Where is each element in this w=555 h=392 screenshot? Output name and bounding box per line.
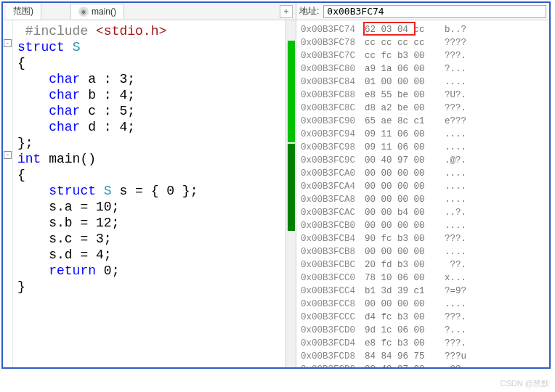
memory-row: 0x00B3FC78cc cc cc cc???? (301, 36, 548, 49)
memory-row: 0x00B3FCB490 fc b3 00???. (301, 232, 548, 245)
memory-row: 0x00B3FC8401 00 00 00.... (301, 75, 548, 89)
memory-row: 0x00B3FCD09d 1c 06 00?... (301, 324, 548, 337)
code-line: char d : 4; (17, 119, 281, 135)
memory-row: 0x00B3FCB800 00 00 00.... (301, 245, 548, 258)
memory-row: 0x00B3FCD4e8 fc b3 00???. (301, 337, 548, 350)
code-content[interactable]: #include <stdio.h>struct S{ char a : 3; … (13, 20, 285, 367)
code-panel: 范围) ◉ main() ＋ -- #include <stdio.h>stru… (3, 3, 296, 367)
memory-row: 0x00B3FC8Cd8 a2 be 00???. (301, 102, 548, 115)
memory-row: 0x00B3FCA800 00 00 00.... (301, 193, 548, 206)
address-label: 地址: (299, 5, 319, 17)
code-editor[interactable]: -- #include <stdio.h>struct S{ char a : … (3, 20, 296, 367)
code-line: s.a = 10; (17, 199, 281, 215)
code-line: return 0; (17, 263, 281, 279)
scroll-mark (288, 41, 295, 142)
fold-gutter: -- (3, 20, 13, 367)
scope-tab[interactable]: 范围) (6, 3, 41, 20)
address-bar: 地址: (296, 3, 549, 20)
memory-row: 0x00B3FC9C00 40 97 00.@?. (301, 154, 548, 167)
memory-row: 0x00B3FCBC20 fd b3 00 ??. (301, 258, 548, 271)
memory-row: 0x00B3FC9809 11 06 00.... (301, 141, 548, 154)
memory-row: 0x00B3FCCCd4 fc b3 00???. (301, 311, 548, 324)
function-tab[interactable]: ◉ main() (70, 4, 124, 19)
add-button[interactable]: ＋ (280, 5, 293, 18)
code-line: }; (17, 135, 281, 151)
memory-row: 0x00B3FC9409 11 06 00.... (301, 128, 548, 141)
fold-toggle[interactable]: - (4, 151, 12, 159)
memory-row: 0x00B3FCC4b1 3d 39 c1?=9? (301, 285, 548, 298)
memory-row: 0x00B3FC7462 03 04 ccb..? (301, 23, 548, 36)
code-line: char a : 3; (17, 71, 281, 87)
code-line: struct S (17, 39, 281, 55)
code-line: s.b = 12; (17, 215, 281, 231)
address-input[interactable] (323, 5, 546, 18)
code-line: } (17, 279, 281, 295)
code-tab-bar: 范围) ◉ main() ＋ (3, 3, 296, 20)
memory-panel: 地址: 0x00B3FC7462 03 04 ccb..?0x00B3FC78c… (296, 3, 549, 367)
memory-row: 0x00B3FCC800 00 00 00.... (301, 298, 548, 311)
memory-row: 0x00B3FCB000 00 00 00.... (301, 219, 548, 232)
fold-toggle[interactable]: - (4, 39, 12, 47)
memory-row: 0x00B3FCA400 00 00 00.... (301, 180, 548, 193)
code-line: s.c = 3; (17, 231, 281, 247)
code-line: { (17, 55, 281, 71)
code-line: s.d = 4; (17, 247, 281, 263)
memory-row: 0x00B3FCDC00 40 97 00.@?. (301, 363, 548, 367)
function-tab-label: main() (92, 7, 116, 17)
memory-row: 0x00B3FCD884 84 96 75???u (301, 350, 548, 363)
memory-row: 0x00B3FC80a9 1a 06 00?... (301, 62, 548, 75)
memory-row: 0x00B3FCAC00 00 b4 00..?. (301, 206, 548, 219)
scroll-mark (288, 144, 295, 231)
code-line: struct S s = { 0 }; (17, 183, 281, 199)
memory-row: 0x00B3FC88e8 55 be 00?U?. (301, 89, 548, 102)
memory-row: 0x00B3FC7Ccc fc b3 00???. (301, 49, 548, 62)
memory-view[interactable]: 0x00B3FC7462 03 04 ccb..?0x00B3FC78cc cc… (296, 20, 549, 367)
memory-row: 0x00B3FCC078 10 06 00x... (301, 271, 548, 285)
memory-row: 0x00B3FCA000 00 00 00.... (301, 167, 548, 180)
code-line: char b : 4; (17, 87, 281, 103)
code-line: { (17, 167, 281, 183)
watermark: CSDN @禁默 (501, 378, 549, 389)
code-line: #include <stdio.h> (17, 23, 281, 39)
plus-icon: ＋ (282, 5, 291, 17)
memory-row: 0x00B3FC9065 ae 8c c1e??? (301, 115, 548, 128)
pin-icon: ◉ (78, 7, 89, 17)
overview-ruler[interactable] (285, 20, 296, 367)
code-line: int main() (17, 151, 281, 167)
code-line: char c : 5; (17, 103, 281, 119)
